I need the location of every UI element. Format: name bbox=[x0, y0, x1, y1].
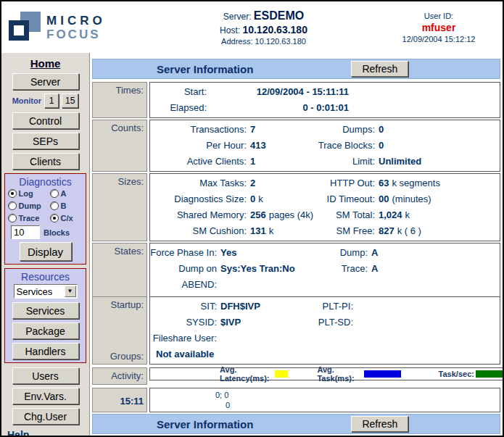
trace-blocks-value: 0 bbox=[379, 138, 384, 154]
users-button[interactable]: Users bbox=[12, 367, 79, 384]
home-link[interactable]: Home bbox=[4, 57, 86, 70]
dumps-label: Dumps: bbox=[342, 122, 375, 138]
seps-button[interactable]: SEPs bbox=[12, 133, 79, 149]
logo-text: MICRO FOCUS bbox=[46, 14, 106, 41]
display-button[interactable]: Display bbox=[20, 242, 72, 261]
activity-row: Activity: Avg. Latency(ms): Avg. Task(ms… bbox=[92, 367, 500, 385]
refresh-button-bottom[interactable]: Refresh bbox=[351, 416, 408, 432]
micro-focus-logo-icon bbox=[9, 12, 43, 43]
handlers-button[interactable]: Handlers bbox=[12, 343, 79, 359]
transactions-value: 7 bbox=[250, 122, 255, 138]
host-label: Host: bbox=[220, 25, 240, 36]
radio-trace-label: Trace bbox=[19, 214, 40, 222]
trace-state-label: Trace: bbox=[342, 261, 368, 293]
sizes-line-3: Shared Memory: 256pages (4k) SM Total: 1… bbox=[150, 207, 500, 223]
counts-line-1: Transactions: 7 Dumps: 0 bbox=[150, 122, 500, 138]
monitor-15-button[interactable]: 15 bbox=[62, 93, 78, 108]
dropdown-arrow-icon[interactable]: ▼ bbox=[65, 286, 76, 297]
sysid-value: $IVP bbox=[220, 315, 241, 330]
services-button[interactable]: Services bbox=[12, 302, 79, 319]
max-tasks-label: Max Tasks: bbox=[150, 175, 247, 191]
control-button[interactable]: Control bbox=[12, 112, 79, 129]
radio-option-cx[interactable]: C/x bbox=[50, 214, 83, 222]
legend-latency: Avg. Latency(ms): bbox=[220, 365, 288, 383]
diagnostics-size-value: 0k bbox=[250, 191, 263, 207]
radio-option-dump[interactable]: Dump bbox=[8, 201, 50, 210]
radio-a-icon[interactable] bbox=[50, 189, 59, 198]
activity-value-line2: 0 bbox=[215, 400, 500, 410]
sizes-line-1: Max Tasks: 2 HTTP Out: 63k segments bbox=[150, 175, 500, 191]
diagnostics-panel: Diagnostics Log A Dump B bbox=[4, 173, 86, 265]
activity-time-row: 15:11 0; 0 0 bbox=[92, 388, 500, 411]
chg-user-button[interactable]: Chg.User bbox=[12, 408, 79, 425]
counts-content: Transactions: 7 Dumps: 0 Per Hour: 413 T… bbox=[149, 120, 500, 172]
counts-row-label: Counts: bbox=[92, 120, 147, 172]
clients-button[interactable]: Clients bbox=[12, 153, 79, 170]
start-label: Start: bbox=[150, 84, 207, 100]
refresh-button-top[interactable]: Refresh bbox=[351, 61, 408, 77]
active-clients-label: Active Clients: bbox=[150, 154, 247, 170]
page-title-bottom: Server Information bbox=[157, 418, 253, 430]
radio-log-icon[interactable] bbox=[8, 189, 17, 198]
radio-cx-label: C/x bbox=[61, 214, 73, 222]
sizes-row: Sizes: Max Tasks: 2 HTTP Out: 63k segmen… bbox=[92, 173, 500, 240]
sm-cushion-value: 131k bbox=[250, 223, 273, 239]
resources-dropdown-value: Services bbox=[15, 286, 65, 297]
sit-label: SIT: bbox=[150, 299, 217, 315]
package-button[interactable]: Package bbox=[12, 322, 79, 339]
login-timestamp: 12/09/2004 15:12:12 bbox=[381, 35, 497, 43]
user-id-value: mfuser bbox=[381, 22, 497, 33]
activity-value-line1: 0; 0 bbox=[215, 390, 500, 400]
radio-option-log[interactable]: Log bbox=[8, 189, 50, 198]
radio-trace-icon[interactable] bbox=[8, 214, 17, 222]
sizes-content: Max Tasks: 2 HTTP Out: 63k segments Diag… bbox=[149, 173, 500, 241]
limit-label: Limit: bbox=[352, 154, 375, 170]
start-value: 12/09/2004 - 15:11:11 bbox=[207, 84, 349, 100]
resources-dropdown[interactable]: Services ▼ bbox=[14, 284, 78, 299]
radio-a-label: A bbox=[61, 189, 67, 198]
task-swatch-icon bbox=[364, 370, 400, 378]
env-vars-button[interactable]: Env.Vars. bbox=[12, 388, 79, 404]
shared-memory-label: Shared Memory: bbox=[150, 207, 247, 223]
logo-square-dark bbox=[9, 20, 29, 41]
diagnostics-size-label: Diagnostics Size: bbox=[150, 191, 247, 207]
transactions-label: Transactions: bbox=[150, 122, 247, 138]
radio-b-icon[interactable] bbox=[50, 201, 59, 210]
monitor-1-button[interactable]: 1 bbox=[44, 93, 59, 108]
radio-cx-icon[interactable] bbox=[50, 214, 59, 222]
resources-panel: Resources Services ▼ Services Package Ha… bbox=[4, 268, 86, 363]
server-name: ESDEMO bbox=[254, 9, 304, 22]
server-button[interactable]: Server bbox=[12, 73, 79, 90]
startup-line-3: Fileshare User: bbox=[150, 330, 500, 346]
dump-on-abend-label: Dump on ABEND: bbox=[150, 261, 217, 293]
max-tasks-value: 2 bbox=[250, 175, 258, 191]
legend-tasksec: Task/sec: bbox=[439, 370, 503, 378]
radio-option-a[interactable]: A bbox=[50, 189, 83, 198]
latency-label: Avg. Latency(ms): bbox=[220, 365, 273, 383]
radio-option-b[interactable]: B bbox=[50, 201, 83, 210]
activity-values: 0; 0 0 bbox=[149, 388, 500, 412]
states-row: States: Force Phase In: Yes Dump: A Dump… bbox=[92, 243, 500, 294]
startup-line-1: SIT: DFH$IVP PLT-PI: bbox=[150, 299, 500, 315]
elapsed-label: Elapsed: bbox=[150, 100, 207, 116]
per-hour-value: 413 bbox=[250, 138, 266, 154]
radio-option-trace[interactable]: Trace bbox=[8, 214, 50, 222]
fileshare-user-label: Fileshare User: bbox=[150, 330, 217, 346]
dump-state-value: A bbox=[371, 245, 378, 261]
sm-free-value: 827k ( 6 ) bbox=[379, 223, 421, 239]
tasksec-label: Task/sec: bbox=[439, 370, 474, 378]
app-window: MICRO FOCUS Server: ESDEMO Host: 10.120.… bbox=[0, 0, 504, 437]
activity-time-label: 15:11 bbox=[92, 388, 147, 412]
host-line: Host: 10.120.63.180 bbox=[146, 24, 381, 36]
radio-dump-label: Dump bbox=[19, 201, 41, 210]
radio-dump-icon[interactable] bbox=[8, 201, 17, 210]
blocks-input[interactable] bbox=[11, 225, 40, 239]
host-value: 10.120.63.180 bbox=[242, 24, 307, 36]
startup-label: Startup: bbox=[93, 299, 144, 310]
elapsed-time-line: Elapsed: 0 - 0:01:01 bbox=[150, 100, 500, 116]
server-identity: Server: ESDEMO Host: 10.120.63.180 Addre… bbox=[146, 9, 381, 46]
logo-line2: FOCUS bbox=[46, 28, 106, 41]
id-timeout-label: ID Timeout: bbox=[327, 191, 375, 207]
latency-swatch-icon bbox=[275, 370, 289, 378]
times-content: Start: 12/09/2004 - 15:11:11 Elapsed: 0 … bbox=[149, 82, 500, 118]
